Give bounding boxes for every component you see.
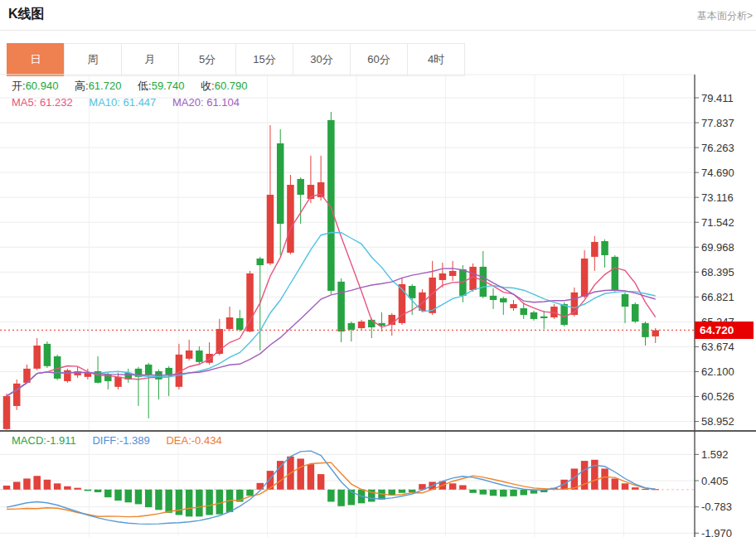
candle-body [145,365,153,375]
macd-bar [591,460,598,490]
macd-bar [480,490,487,495]
candle-body [226,317,234,329]
price-tick-label: 68.395 [701,266,734,278]
low-label: 低: [138,80,152,92]
macd-bar [85,490,92,491]
candle-body [44,344,51,366]
candle-body [581,259,589,297]
macd-bar [23,478,31,489]
candle-body [236,318,244,330]
candle-body [297,179,304,195]
macd-bar [155,490,162,510]
macd-bar [33,476,41,490]
diff-line [7,451,656,524]
candle-body [327,120,335,291]
macd-bar [145,490,153,507]
low-value: 59.740 [152,80,185,92]
diff-value-readout: DIFF:-1.389 [92,434,149,447]
candle-body [337,282,345,331]
macd-bar [297,458,304,489]
macd-bar [54,483,61,489]
candle-body [601,241,608,255]
candle-body [439,273,447,280]
macd-bar [13,481,21,489]
candle-body [348,323,356,330]
candle-body [33,346,41,369]
candle-body [257,259,264,265]
current-price-badge-label: 64.720 [700,324,734,336]
macd-bar [601,468,608,489]
macd-bar [510,490,517,496]
macd-bar [135,490,143,505]
macd-bar [114,490,122,501]
close-label: 收: [201,80,215,92]
price-tick-label: 79.411 [701,92,734,104]
macd-bar [206,490,213,515]
candle-body [287,185,294,253]
ma-readout: MA5: 61.232 MA10: 61.447 MA20: 61.104 [12,96,253,109]
macd-bar [500,490,507,497]
macd-readout: MACD:-1.911 DIFF:-1.389 DEA:-0.434 [12,434,235,447]
candle-body [358,322,366,328]
macd-bar [327,490,335,502]
candle-body [419,293,426,311]
macd-tick-label: -1.970 [701,527,732,537]
macd-bar [216,490,224,515]
candle-body [114,377,122,387]
candle-body [622,294,629,307]
price-tick-label: 77.837 [701,117,734,129]
macd-bar [94,490,102,492]
dea-value-readout: DEA:-0.434 [166,434,221,447]
macd-bar [277,461,284,490]
macd-bar [622,483,629,489]
candle-body [652,330,659,336]
candle-body [85,373,92,377]
macd-bar [165,490,172,513]
price-tick-label: 62.100 [701,365,734,378]
candle-body [500,298,507,302]
macd-bar [520,490,527,496]
candle-body [510,304,517,308]
macd-bar [469,490,477,493]
ma20-readout: MA20: 61.104 [172,96,240,109]
macd-bar [612,478,619,489]
candle-body [560,304,568,325]
macd-bar [196,490,203,517]
price-tick-label: 69.968 [701,241,734,254]
macd-bar [104,490,112,497]
candle-body [612,257,619,290]
macd-bar [399,490,406,493]
open-label: 开: [12,80,26,92]
price-tick-label: 60.526 [701,390,734,403]
candle-body [74,371,81,375]
candle-body [490,296,497,300]
high-value: 61.720 [89,80,122,92]
candle-body [186,351,193,359]
macd-bar [64,486,71,490]
price-tick-label: 73.116 [701,191,734,204]
candle-body [632,304,639,322]
macd-bar [337,490,345,506]
candle-body [64,370,71,381]
ohlc-readout: 开:60.940 高:61.720 低:59.740 收:60.790 [12,79,260,94]
price-tick-label: 74.690 [701,167,734,179]
candle-body [246,273,254,331]
macd-bar [409,490,416,492]
macd-bar [317,474,325,490]
high-label: 高: [75,80,89,92]
macd-bar [3,486,11,490]
candle-body [540,317,548,318]
macd-bar [632,487,639,490]
macd-bar [642,489,649,490]
ma10-readout: MA10: 61.447 [89,96,156,109]
candle-body [3,396,11,429]
macd-bar [176,490,183,515]
candle-body [520,308,527,315]
candle-body [591,242,598,257]
macd-tick-label: 1.592 [701,448,729,461]
candle-body [165,368,172,375]
macd-bar [490,490,497,496]
price-tick-label: 76.263 [701,142,734,154]
macd-bar [308,464,315,490]
candle-body [196,351,203,362]
